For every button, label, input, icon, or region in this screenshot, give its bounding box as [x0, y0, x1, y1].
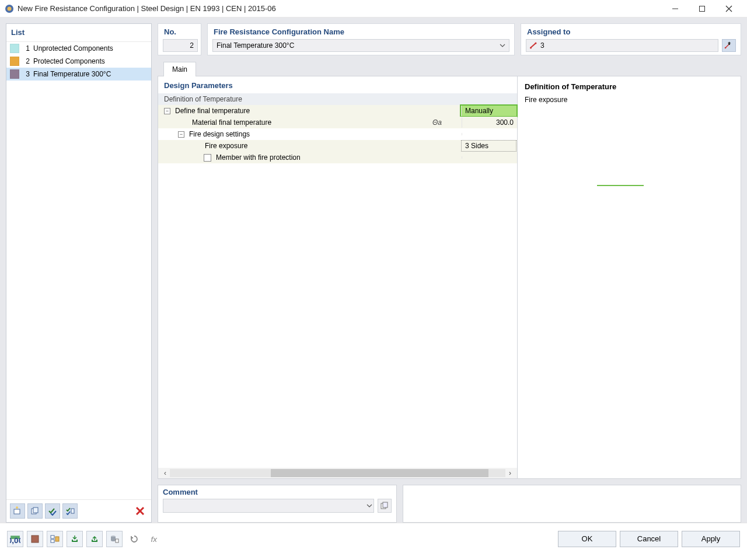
- check-all-button[interactable]: [62, 503, 78, 519]
- tabs: Main: [158, 61, 741, 76]
- comment-panel: Comment: [158, 485, 397, 523]
- tree-row-member-protection[interactable]: Member with fire protection: [158, 152, 517, 163]
- mat-temp-value[interactable]: 300.0: [462, 117, 517, 128]
- beam-preview-icon: [585, 174, 673, 209]
- assign-input[interactable]: 3: [526, 39, 718, 52]
- window-title: New Fire Resistance Configuration | Stee…: [18, 4, 662, 13]
- cancel-button[interactable]: Cancel: [620, 531, 678, 547]
- tree-row-define-final[interactable]: − Define final temperature Manually: [158, 105, 517, 117]
- member-icon: [530, 42, 537, 49]
- hscrollbar[interactable]: ‹ ›: [158, 468, 517, 478]
- list-swatch: [10, 44, 19, 53]
- list-num: 2: [23, 57, 30, 65]
- name-label: Fire Resistance Configuration Name: [208, 24, 514, 37]
- list-items: 1 Unprotected Components 2 Protected Com…: [6, 42, 151, 499]
- svg-point-14: [535, 43, 537, 44]
- tree-label: Define final temperature: [174, 107, 431, 115]
- list-num: 3: [23, 70, 30, 78]
- define-final-value[interactable]: Manually: [461, 106, 516, 116]
- svg-rect-6: [14, 509, 20, 514]
- svg-rect-25: [55, 537, 59, 541]
- main-panel: No. Fire Resistance Configuration Name F…: [158, 23, 741, 523]
- export-button[interactable]: [86, 531, 103, 547]
- chevron-down-icon: [366, 503, 372, 509]
- tree-symbol: Θa: [432, 118, 462, 127]
- info-title: Definition of Temperature: [525, 82, 734, 91]
- info-panel: Definition of Temperature Fire exposure: [518, 76, 741, 479]
- svg-point-13: [530, 47, 532, 49]
- check-button[interactable]: [45, 503, 60, 519]
- list-swatch: [10, 69, 19, 79]
- comment-title: Comment: [163, 488, 392, 496]
- assign-panel: Assigned to 3: [521, 23, 741, 55]
- pick-button[interactable]: [722, 39, 736, 52]
- no-panel: No.: [158, 23, 201, 55]
- new-item-button[interactable]: [10, 503, 25, 519]
- comment-select[interactable]: [163, 499, 374, 513]
- name-value: Final Temperature 300°C: [217, 41, 500, 50]
- minimize-button[interactable]: [662, 0, 689, 18]
- list-item[interactable]: 1 Unprotected Components: [6, 42, 151, 55]
- scroll-right-icon[interactable]: ›: [505, 469, 515, 477]
- design-parameters-panel: Design Parameters Definition of Temperat…: [158, 76, 518, 479]
- list-panel: List 1 Unprotected Components 2 Protecte…: [6, 23, 152, 523]
- tab-main[interactable]: Main: [163, 62, 196, 76]
- collapse-icon[interactable]: −: [178, 131, 184, 138]
- list-item[interactable]: 2 Protected Components: [6, 55, 151, 68]
- list-header: List: [6, 24, 151, 42]
- member-protection-checkbox[interactable]: [204, 154, 211, 162]
- name-select[interactable]: Final Temperature 300°C: [212, 39, 509, 52]
- scroll-thumb[interactable]: [271, 469, 489, 477]
- name-panel: Fire Resistance Configuration Name Final…: [207, 23, 515, 55]
- svg-text:fx: fx: [151, 534, 158, 543]
- svg-point-16: [725, 47, 727, 49]
- list-label: Protected Components: [33, 57, 105, 65]
- layout-button[interactable]: [47, 531, 63, 547]
- list-num: 1: [23, 44, 30, 52]
- assign-label: Assigned to: [521, 24, 741, 37]
- tree-label: Material final temperature: [191, 118, 432, 127]
- collapse-icon[interactable]: −: [164, 108, 170, 114]
- units-button[interactable]: 0,00: [7, 531, 23, 547]
- svg-rect-19: [383, 502, 388, 508]
- tree-row-mat-temp[interactable]: Material final temperature Θa 300.0: [158, 117, 517, 128]
- assign-value: 3: [540, 41, 544, 50]
- list-label: Unprotected Components: [33, 44, 113, 52]
- tree-row-fire-settings[interactable]: − Fire design settings: [158, 128, 517, 140]
- fire-exposure-value[interactable]: 3 Sides: [461, 140, 516, 152]
- tree-label: Fire exposure: [204, 142, 431, 150]
- no-label: No.: [158, 24, 201, 37]
- fx-button[interactable]: fx: [146, 531, 162, 547]
- list-swatch: [10, 57, 19, 66]
- svg-rect-8: [33, 508, 38, 513]
- definition-section: Definition of Temperature: [158, 93, 517, 105]
- footer: 0,00 fx OK Cancel Apply: [0, 523, 747, 554]
- design-parameters-title: Design Parameters: [158, 76, 517, 93]
- reset-button[interactable]: [126, 531, 142, 547]
- no-input[interactable]: [163, 39, 198, 52]
- close-button[interactable]: [715, 0, 742, 18]
- ok-button[interactable]: OK: [558, 531, 616, 547]
- app-icon: [5, 4, 14, 13]
- tree-row-fire-exposure[interactable]: Fire exposure 3 Sides: [158, 140, 517, 152]
- scroll-left-icon[interactable]: ‹: [160, 469, 170, 477]
- svg-text:0,00: 0,00: [10, 536, 20, 544]
- tree-label: Fire design settings: [188, 130, 432, 138]
- copy-item-button[interactable]: [27, 503, 43, 519]
- apply-button[interactable]: Apply: [682, 531, 740, 547]
- parameter-tree: − Define final temperature Manually Mate…: [158, 105, 517, 163]
- maximize-button[interactable]: [689, 0, 715, 18]
- delete-item-button[interactable]: [132, 503, 148, 519]
- svg-rect-22: [32, 536, 39, 542]
- import-button[interactable]: [67, 531, 83, 547]
- list-item[interactable]: 3 Final Temperature 300°C: [6, 68, 151, 80]
- comment-library-button[interactable]: [378, 499, 392, 513]
- svg-rect-27: [116, 539, 118, 542]
- list-label: Final Temperature 300°C: [33, 70, 111, 78]
- svg-rect-3: [700, 6, 705, 11]
- database-button[interactable]: [106, 531, 123, 547]
- list-toolbar: [6, 499, 151, 522]
- color-button[interactable]: [27, 531, 43, 547]
- info-preview: [525, 104, 734, 279]
- info-body: Fire exposure: [525, 96, 734, 104]
